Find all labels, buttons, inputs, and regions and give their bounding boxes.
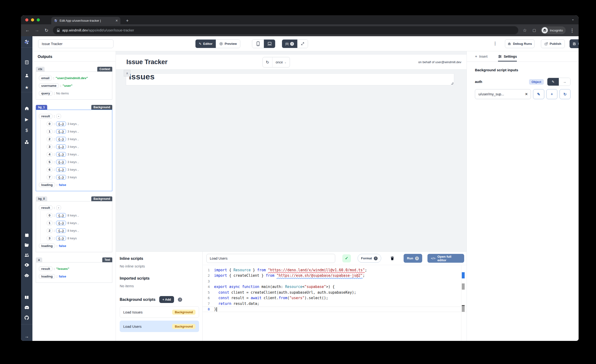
address-bar[interactable]: app.windmill.dev/apps/edit/u/user/issue-… (53, 26, 518, 34)
tab-search-icon[interactable]: ▢ (531, 28, 537, 32)
refresh-mode-dropdown[interactable]: once ⌄ (272, 57, 290, 67)
static-mode-button[interactable]: ✎ (547, 78, 559, 86)
tab-insert[interactable]: + Insert (475, 51, 488, 61)
output-section-tab[interactable]: ctx (36, 67, 45, 72)
output-key-pill[interactable]: result (39, 114, 52, 119)
sidebar-item-users[interactable] (21, 71, 32, 79)
publish-button[interactable]: Publish (541, 39, 565, 48)
component-id-badge[interactable]: a (124, 70, 130, 76)
output-key-pill[interactable]: result (39, 206, 52, 210)
back-icon[interactable]: ← (24, 28, 30, 33)
incognito-badge[interactable]: Incognito (541, 26, 566, 34)
text-component[interactable]: a Issues (126, 74, 454, 85)
more-options-icon[interactable]: ⋮ (493, 41, 497, 46)
index-pill[interactable]: 0 (47, 122, 52, 126)
sidebar-item-runs[interactable]: ▶ (21, 115, 32, 124)
forward-icon[interactable]: → (34, 28, 40, 33)
script-name-input[interactable] (207, 254, 335, 263)
delete-script-button[interactable] (388, 254, 396, 263)
debug-runs-button[interactable]: Debug Runs (505, 39, 535, 48)
sidebar-item-audit-logs[interactable] (21, 261, 32, 269)
object-pill[interactable]: {...} (56, 213, 66, 218)
traffic-light-minimize[interactable] (31, 18, 34, 22)
object-pill[interactable]: {...} (56, 160, 66, 164)
open-full-editor-button[interactable]: </> Open full editor (427, 254, 464, 263)
ruler-marker-gray[interactable] (462, 283, 465, 290)
new-tab-button[interactable]: + (124, 17, 131, 24)
bookmark-star-icon[interactable]: ☆ (522, 28, 528, 33)
output-key-pill[interactable]: loading (39, 274, 55, 279)
object-pill[interactable]: {...} (56, 129, 66, 134)
windmill-logo-icon[interactable] (21, 36, 32, 48)
output-key-pill[interactable]: result (39, 267, 52, 271)
sidebar-item-schedules[interactable] (21, 231, 32, 239)
resize-handle[interactable] (451, 82, 453, 84)
refresh-resource-button[interactable]: ↻ (559, 89, 571, 99)
code-line[interactable]: 2import { createClient } from "https://e… (203, 273, 467, 279)
run-button[interactable]: Run i (404, 254, 422, 263)
sidebar-item-folders[interactable] (21, 241, 32, 249)
format-button[interactable]: Format i (358, 254, 381, 263)
code-line[interactable]: 6 const result = await client.from("user… (203, 295, 467, 301)
index-pill[interactable]: 3 (47, 236, 52, 240)
clear-resource-icon[interactable]: ✕ (525, 92, 528, 96)
code-line[interactable]: 1import { Resource } from "https://deno.… (203, 267, 467, 273)
save-button[interactable]: Save (570, 39, 579, 48)
traffic-light-zoom[interactable] (37, 18, 40, 22)
browser-tab[interactable]: Edit App u/user/issue-tracker | ✕ (51, 17, 120, 24)
output-section-tab[interactable]: bg_1 (36, 105, 47, 110)
object-pill[interactable]: {...} (56, 175, 66, 179)
reload-icon[interactable]: ↻ (43, 28, 50, 33)
index-pill[interactable]: 5 (47, 160, 52, 164)
sidebar-item-resources[interactable] (21, 138, 32, 146)
sidebar-item-github[interactable] (21, 314, 32, 322)
tab-strip-chevron-icon[interactable]: ⌄ (571, 17, 574, 21)
refresh-button[interactable]: ↻ (263, 57, 272, 67)
index-pill[interactable]: 1 (47, 221, 52, 225)
add-resource-button[interactable]: + (546, 89, 557, 99)
object-pill[interactable]: {...} (56, 152, 66, 157)
background-script-item[interactable]: Load UsersBackground (120, 321, 199, 332)
object-pill[interactable]: {...} (56, 122, 66, 126)
traffic-light-close[interactable] (25, 18, 28, 22)
code-line[interactable]: 5 const client = createClient(auth.supab… (203, 290, 467, 295)
output-section-tab[interactable]: bg_0 (36, 196, 47, 201)
sidebar-item-groups[interactable] (21, 251, 32, 259)
object-pill[interactable]: {...} (56, 144, 66, 149)
background-script-item[interactable]: Load IssuesBackground (120, 306, 199, 318)
sidebar-item-docs[interactable] (21, 293, 32, 302)
object-pill[interactable]: {...} (56, 137, 66, 141)
sidebar-item-variables[interactable]: $ (21, 126, 32, 134)
object-pill[interactable]: {...} (56, 167, 66, 172)
code-editor[interactable]: 1import { Resource } from "https://deno.… (203, 265, 467, 341)
output-section-tab[interactable]: a (36, 257, 42, 262)
scrollbar-thumb[interactable] (462, 305, 465, 312)
output-key-pill[interactable]: username (39, 83, 59, 88)
sidebar-item-discord[interactable] (21, 304, 32, 312)
object-pill[interactable]: {...} (56, 221, 66, 225)
preview-tab[interactable]: Preview (216, 40, 240, 48)
output-key-pill[interactable]: query (39, 91, 52, 96)
zoom-reset-button[interactable]: |0| i (282, 40, 297, 48)
collapse-pill[interactable]: - (56, 206, 61, 210)
index-pill[interactable]: 1 (47, 129, 52, 134)
sidebar-item-favorites[interactable]: ★ (21, 83, 32, 91)
index-pill[interactable]: 2 (47, 228, 52, 233)
resource-value-input[interactable] (475, 92, 518, 96)
browser-menu-icon[interactable]: ⋮ (569, 28, 575, 33)
output-key-pill[interactable]: loading (39, 183, 55, 187)
index-pill[interactable]: 4 (47, 152, 52, 157)
edit-resource-button[interactable]: ✎ (533, 89, 544, 99)
app-name-input[interactable] (38, 39, 113, 48)
output-key-pill[interactable]: loading (39, 244, 55, 248)
object-pill[interactable]: {...} (56, 228, 66, 233)
background-scripts-info-icon[interactable]: i (178, 297, 182, 302)
output-key-pill[interactable]: email (39, 76, 52, 80)
connect-mode-button[interactable]: → (559, 78, 570, 86)
add-background-script-button[interactable]: + Add (159, 296, 174, 303)
index-pill[interactable]: 3 (47, 144, 52, 149)
code-line[interactable]: 4export async function main(auth: Resour… (203, 284, 467, 290)
collapse-pill[interactable]: - (56, 114, 61, 119)
sidebar-collapse-arrow-icon[interactable]: → (21, 332, 32, 340)
code-line[interactable]: 3 (203, 278, 467, 284)
